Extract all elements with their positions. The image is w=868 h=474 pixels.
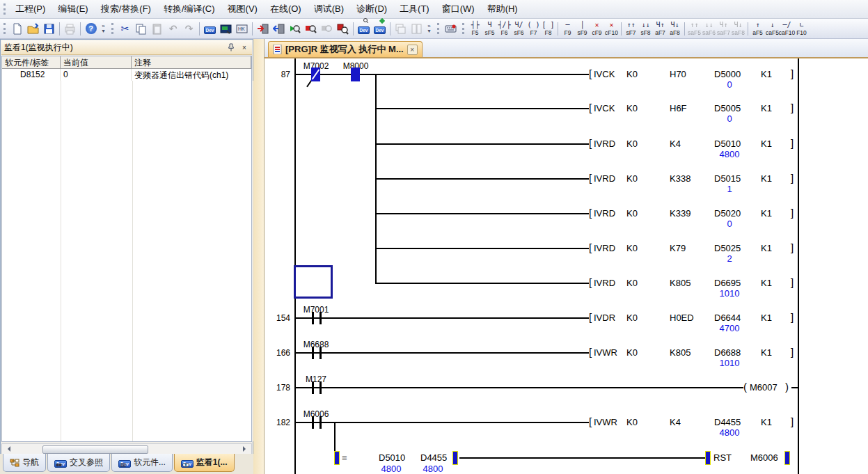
window-cascade-button[interactable]: [393, 21, 409, 37]
column-header-device[interactable]: 软元件/标签: [2, 56, 61, 69]
menu-tools[interactable]: 工具(T): [393, 0, 436, 18]
instruction-arg[interactable]: K0: [626, 278, 638, 288]
instruction-arg[interactable]: K0: [626, 243, 638, 253]
fkey-falling-pulse-negated[interactable]: ↓↓saF6: [702, 19, 716, 38]
instruction-arg[interactable]: K1: [761, 173, 772, 184]
watch-value-cell[interactable]: 0: [61, 69, 132, 81]
print-button[interactable]: [62, 21, 78, 37]
rst-op[interactable]: RST: [713, 452, 732, 463]
menu-help[interactable]: 帮助(H): [481, 0, 524, 18]
column-header-comment[interactable]: 注释: [132, 56, 251, 69]
instruction-op[interactable]: IVWR: [594, 417, 617, 427]
fkey-draw-line[interactable]: ∟F10: [794, 19, 809, 38]
instruction-arg[interactable]: K0: [626, 173, 638, 184]
menu-find[interactable]: 搜索/替换(F): [95, 0, 157, 18]
instruction-arg[interactable]: H6F: [670, 103, 687, 113]
fkey-parallel-closed-contact[interactable]: Ч/sF6: [512, 19, 526, 38]
monitor-pause-button[interactable]: [319, 21, 335, 37]
instruction-arg[interactable]: K1: [761, 313, 772, 323]
instruction-op[interactable]: IVRD: [594, 139, 615, 149]
instruction-arg[interactable]: D5010: [714, 139, 741, 149]
instruction-arg[interactable]: K0: [626, 347, 638, 358]
ladder-editor-canvas[interactable]: 87 M7002 M8000 [ IVCK K0 H70 D5000 K1 ] …: [265, 58, 868, 474]
scrollbar-thumb[interactable]: [42, 445, 148, 454]
fkey-parallel-open-contact[interactable]: ЧsF5: [482, 19, 497, 38]
tab-navigation[interactable]: 导航: [3, 454, 46, 472]
fkey-parallel-rising-pulse[interactable]: Ч↑aF7: [653, 19, 668, 38]
scroll-left-button[interactable]: [2, 444, 13, 454]
tab-cross-reference[interactable]: Dev 交叉参照: [47, 454, 110, 472]
undo-button[interactable]: ↶: [165, 21, 181, 37]
fkey-invert-down[interactable]: ↓caF5: [765, 19, 780, 38]
window-tile-button[interactable]: [409, 21, 425, 37]
tab-device-batch-monitor[interactable]: Dev 软元件...: [111, 454, 173, 472]
contact-no[interactable]: [312, 347, 314, 359]
fkey-parallel-falling-negated[interactable]: Ч↓saF8: [731, 19, 745, 38]
fkey-invert-result[interactable]: ─/caF10: [780, 19, 794, 38]
paste-button[interactable]: [149, 21, 165, 37]
instruction-arg[interactable]: D5015: [714, 173, 741, 184]
scroll-right-button[interactable]: [240, 444, 251, 454]
watch-comment-cell[interactable]: 变频器通信出错代码(ch1): [132, 69, 251, 81]
contact-no[interactable]: [319, 381, 322, 394]
contact-nc-energized[interactable]: [311, 68, 320, 81]
contact-no[interactable]: [319, 347, 322, 359]
instruction-arg[interactable]: K4: [670, 417, 681, 427]
instruction-arg[interactable]: D5025: [714, 243, 741, 253]
pin-panel-button[interactable]: [226, 42, 237, 53]
fkey-delete-horizontal-line[interactable]: ✕cF9: [590, 19, 604, 38]
device-batch-button[interactable]: Dev: [372, 21, 388, 37]
contact-no[interactable]: [319, 416, 322, 429]
instruction-op[interactable]: IVCK: [594, 103, 615, 113]
instruction-arg[interactable]: K1: [761, 278, 772, 288]
instruction-arg[interactable]: H70: [670, 69, 686, 79]
help-button[interactable]: ?: [83, 21, 99, 37]
instruction-arg[interactable]: K1: [761, 139, 772, 149]
contact-no-energized[interactable]: [351, 68, 360, 81]
monitor-test-button[interactable]: [335, 21, 351, 37]
horizontal-scrollbar[interactable]: [1, 443, 252, 455]
menu-online[interactable]: 在线(O): [264, 0, 308, 18]
contact-no[interactable]: [312, 416, 314, 429]
menu-project[interactable]: 工程(P): [9, 0, 52, 18]
menu-edit[interactable]: 编辑(E): [52, 0, 94, 18]
redo-button[interactable]: ↷: [181, 21, 197, 37]
contact-no[interactable]: [312, 312, 314, 324]
instruction-arg[interactable]: D6695: [714, 278, 741, 288]
panel-splitter[interactable]: [253, 39, 265, 474]
instruction-arg[interactable]: K339: [670, 208, 691, 219]
instruction-op[interactable]: IVRD: [594, 208, 615, 219]
save-button[interactable]: [41, 21, 57, 37]
fkey-application-instruction[interactable]: [ ]F8: [541, 19, 555, 38]
rst-arg[interactable]: M6006: [750, 452, 778, 463]
instruction-arg[interactable]: K1: [761, 243, 772, 253]
instruction-arg[interactable]: D5005: [714, 103, 741, 113]
instruction-op[interactable]: IVWR: [594, 347, 617, 358]
menu-compile[interactable]: 转换/编译(C): [157, 0, 221, 18]
column-header-value[interactable]: 当前值: [61, 56, 132, 69]
instruction-arg[interactable]: K0: [626, 69, 638, 79]
device-test-button[interactable]: HK: [234, 21, 250, 37]
menu-window[interactable]: 窗口(W): [436, 0, 481, 18]
fkey-parallel-falling-pulse[interactable]: Ч↓aF8: [668, 19, 682, 38]
toolbar-grip[interactable]: [462, 23, 464, 34]
toolbar-overflow-button[interactable]: » ▾: [425, 24, 434, 33]
watch-row[interactable]: D8152 0 变频器通信出错代码(ch1): [2, 69, 251, 81]
compare-bracket-energized[interactable]: [453, 452, 457, 464]
new-project-button[interactable]: [9, 21, 25, 37]
instruction-op[interactable]: IVCK: [594, 69, 615, 79]
instruction-arg[interactable]: H0ED: [670, 313, 694, 323]
monitor-start-button[interactable]: [287, 21, 303, 37]
instruction-arg[interactable]: K0: [626, 139, 638, 149]
toolbar-overflow-button[interactable]: » ▾: [99, 24, 108, 33]
instruction-op[interactable]: IVRD: [594, 243, 615, 253]
watch-device-cell[interactable]: D8152: [2, 69, 61, 81]
menu-debug[interactable]: 调试(B): [308, 0, 350, 18]
fkey-invert-up[interactable]: ↑aF5: [750, 19, 765, 38]
instruction-arg[interactable]: K338: [670, 173, 691, 184]
instruction-arg[interactable]: K0: [626, 208, 638, 219]
compare-arg[interactable]: D4455: [420, 452, 447, 463]
close-panel-button[interactable]: ×: [239, 42, 250, 53]
fkey-rising-pulse[interactable]: ↑↑sF7: [624, 19, 638, 38]
fkey-coil[interactable]: ( )F7: [526, 19, 541, 38]
